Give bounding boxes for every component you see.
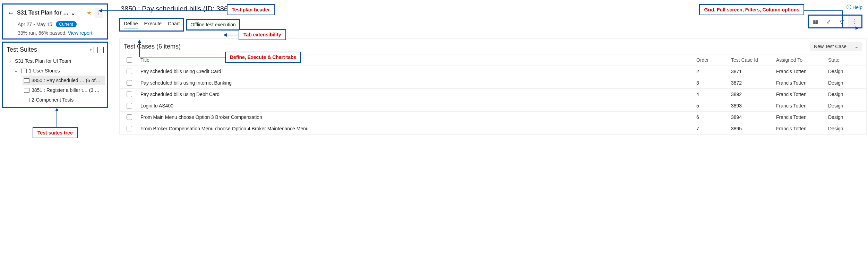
tab-offline[interactable]: Offline test execution	[190, 22, 235, 29]
cell-assigned: Francis Totten	[776, 114, 828, 120]
suite-icon	[24, 88, 29, 93]
callout-suites-tree: Test suites tree	[33, 127, 78, 138]
cell-state: Design	[828, 69, 859, 74]
cell-title: Pay scheduled bills using Debit Card	[140, 92, 696, 97]
tree-node-3850[interactable]: 3850 : Pay scheduled … (6 of…	[23, 76, 105, 85]
chevron-down-icon[interactable]	[14, 68, 19, 73]
row-checkbox[interactable]	[127, 92, 132, 97]
suites-tree: S31 Test Plan for UI Team 1-User Stories…	[5, 56, 105, 105]
test-suites-box: Test Suites + − S31 Test Plan for UI Tea…	[2, 42, 108, 108]
tree-label: 3850 : Pay scheduled … (6 of…	[32, 78, 100, 83]
tree-label: 1-User Stories	[29, 68, 60, 73]
tree-node-component-tests[interactable]: 2-Component Tests	[23, 95, 105, 105]
cell-title: From Broker Compensation Menu choose Opt…	[140, 126, 696, 131]
svg-marker-4	[856, 26, 859, 30]
new-test-case-dropdown[interactable]: ⌄	[851, 42, 862, 51]
table-row[interactable]: From Main Menu choose Option 3 Broker Co…	[120, 111, 866, 123]
table-row[interactable]: Pay scheduled bills using Debit Card4389…	[120, 88, 866, 100]
cell-order: 7	[696, 126, 731, 131]
table-row[interactable]: Pay scheduled bills using Internet Banki…	[120, 77, 866, 88]
plan-date-range: Apr 27 - May 15	[18, 21, 52, 27]
test-cases-header: Test Cases (6 items)	[124, 43, 181, 50]
table-row[interactable]: From Broker Compensation Menu choose Opt…	[120, 123, 866, 134]
svg-marker-3	[98, 9, 102, 12]
cell-id: 3871	[731, 69, 776, 74]
cell-id: 3893	[731, 103, 776, 108]
chevron-down-icon[interactable]	[8, 59, 13, 63]
col-assigned[interactable]: Assigned To	[776, 57, 828, 63]
table-row[interactable]: Pay scheduled bills using Credit Card238…	[120, 66, 866, 77]
test-plan-header-box: ← S31 Test Plan for … ⌄ ★ ⋮ Apr 27 - May…	[2, 3, 108, 40]
tree-root[interactable]: S31 Test Plan for UI Team	[7, 56, 105, 66]
cell-id: 3872	[731, 80, 776, 86]
folder-icon	[21, 69, 27, 73]
tab-offline-box: Offline test execution	[186, 19, 240, 31]
cell-id: 3895	[731, 126, 776, 131]
current-badge: Current	[56, 21, 77, 27]
cell-assigned: Francis Totten	[776, 69, 828, 74]
col-state[interactable]: State	[828, 57, 859, 63]
callout-tab-ext: Tab extensibility	[239, 29, 286, 40]
tab-define[interactable]: Define	[124, 21, 138, 28]
row-checkbox[interactable]	[127, 114, 132, 120]
cell-assigned: Francis Totten	[776, 103, 828, 108]
col-id[interactable]: Test Case Id	[731, 57, 776, 63]
row-checkbox[interactable]	[127, 69, 132, 74]
view-report-link[interactable]: View report	[68, 30, 93, 36]
svg-marker-6	[223, 33, 227, 37]
cell-order: 4	[696, 92, 731, 97]
tree-label: 2-Component Tests	[32, 97, 74, 103]
cell-assigned: Francis Totten	[776, 126, 828, 131]
test-suites-title: Test Suites	[7, 46, 37, 53]
cell-order: 6	[696, 114, 731, 120]
back-arrow-icon[interactable]: ←	[7, 9, 14, 17]
cell-title: Pay scheduled bills using Credit Card	[140, 69, 696, 74]
cell-title: From Main Menu choose Option 3 Broker Co…	[140, 114, 696, 120]
cell-title: Login to AS400	[140, 103, 696, 108]
suite-icon	[24, 78, 29, 83]
test-plan-title[interactable]: S31 Test Plan for …	[17, 10, 69, 16]
table-row[interactable]: Login to AS40053893Francis TottenDesign	[120, 100, 866, 111]
new-test-case-button[interactable]: New Test Case	[810, 42, 851, 51]
svg-marker-1	[55, 108, 59, 111]
cell-assigned: Francis Totten	[776, 80, 828, 86]
tree-label: 3851 : Register a biller t… (3 …	[32, 87, 100, 93]
cell-state: Design	[828, 80, 859, 86]
folder-icon	[24, 98, 29, 102]
cell-state: Design	[828, 103, 859, 108]
collapse-suite-button[interactable]: −	[97, 47, 104, 53]
tree-label: S31 Test Plan for UI Team	[15, 58, 71, 64]
callout-toolbar: Grid, Full screen, Filters, Column optio…	[699, 4, 804, 15]
col-order[interactable]: Order	[696, 57, 731, 63]
cell-id: 3892	[731, 92, 776, 97]
cell-id: 3894	[731, 114, 776, 120]
tab-execute[interactable]: Execute	[144, 21, 162, 28]
row-checkbox[interactable]	[127, 103, 132, 108]
chevron-down-icon[interactable]: ⌄	[71, 10, 75, 16]
tab-chart[interactable]: Chart	[168, 21, 180, 28]
cell-order: 3	[696, 80, 731, 86]
select-all-checkbox[interactable]	[127, 57, 132, 63]
cell-state: Design	[828, 92, 859, 97]
cell-order: 2	[696, 69, 731, 74]
cell-state: Design	[828, 114, 859, 120]
main-tabs: Define Execute Chart	[119, 18, 184, 32]
row-checkbox[interactable]	[127, 126, 132, 131]
cell-title: Pay scheduled bills using Internet Banki…	[140, 80, 696, 86]
callout-tabs-desc: Define, Execute & Chart tabs	[225, 52, 301, 63]
plan-stats: 33% run, 66% passed.	[18, 30, 67, 36]
add-suite-button[interactable]: +	[88, 47, 94, 53]
row-checkbox[interactable]	[127, 80, 132, 86]
tree-node-3851[interactable]: 3851 : Register a biller t… (3 …	[23, 85, 105, 95]
cell-state: Design	[828, 126, 859, 131]
svg-marker-8	[138, 40, 141, 43]
cell-assigned: Francis Totten	[776, 92, 828, 97]
cell-order: 5	[696, 103, 731, 108]
callout-plan-header: Test plan header	[227, 4, 275, 15]
favorite-star-icon[interactable]: ★	[86, 9, 92, 17]
tree-node-user-stories[interactable]: 1-User Stories	[13, 66, 105, 76]
